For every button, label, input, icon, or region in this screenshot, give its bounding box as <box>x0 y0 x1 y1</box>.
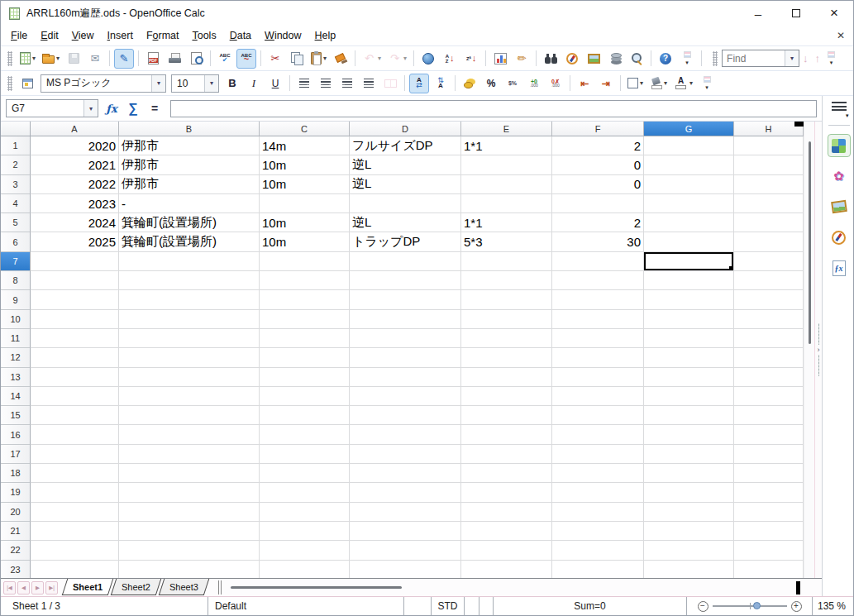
cell-B3[interactable]: 伊那市 <box>119 175 260 194</box>
cell-C20[interactable] <box>260 503 350 522</box>
add-decimal-place-button[interactable] <box>524 74 544 93</box>
cell-H16[interactable] <box>734 425 804 444</box>
cell-H8[interactable] <box>734 271 804 290</box>
cell-D12[interactable] <box>350 348 461 367</box>
cell-B2[interactable]: 伊那市 <box>119 155 260 174</box>
underline-button[interactable]: U <box>265 74 285 93</box>
cell-C10[interactable] <box>260 310 350 329</box>
cell-B11[interactable] <box>119 329 260 348</box>
toolbar-grip[interactable] <box>7 51 12 66</box>
insert-mode-status[interactable]: STD <box>431 597 464 615</box>
row-header-21[interactable]: 21 <box>1 522 31 541</box>
format-paintbrush-button[interactable] <box>331 49 351 69</box>
cell-C23[interactable] <box>260 561 350 578</box>
find-and-replace-button[interactable] <box>541 49 561 69</box>
sheet-tab-sheet1[interactable]: Sheet1 <box>62 579 114 595</box>
find-next-button[interactable]: ↓ <box>803 52 809 64</box>
row-header-14[interactable]: 14 <box>1 387 31 406</box>
text-direction-top-to-bottom-button[interactable] <box>431 74 451 93</box>
cell-G15[interactable] <box>644 406 734 425</box>
page-preview-button[interactable] <box>186 49 206 69</box>
export-pdf-button[interactable] <box>143 49 163 69</box>
cell-E4[interactable] <box>461 194 552 213</box>
cell-A16[interactable] <box>31 425 119 444</box>
cell-H20[interactable] <box>734 503 804 522</box>
cell-F21[interactable] <box>552 522 644 541</box>
font-name-combo[interactable]: MS Pゴシック ▾ <box>41 74 166 93</box>
format-currency-button[interactable] <box>460 74 479 93</box>
cell-G17[interactable] <box>644 445 734 464</box>
selection-sum-status[interactable]: Sum=0 <box>494 597 686 615</box>
cell-B23[interactable] <box>119 561 260 578</box>
sheet-tab-sheet2[interactable]: Sheet2 <box>111 579 161 595</box>
name-box[interactable]: G7 ▾ <box>6 99 98 117</box>
cell-G2[interactable] <box>644 155 734 174</box>
cell-A12[interactable] <box>31 348 119 367</box>
cell-H18[interactable] <box>734 464 804 483</box>
cell-D5[interactable]: 逆L <box>350 213 461 232</box>
cell-C21[interactable] <box>260 522 350 541</box>
cell-F7[interactable] <box>552 252 644 271</box>
redo-button[interactable]: ↷▾ <box>385 49 409 69</box>
cell-F6[interactable]: 30 <box>552 232 644 251</box>
menu-insert[interactable]: Insert <box>101 27 140 44</box>
cell-H6[interactable] <box>734 232 804 251</box>
column-header-G[interactable]: G <box>644 122 734 136</box>
select-all-corner[interactable] <box>1 122 31 136</box>
dropdown-arrow-icon[interactable]: ▾ <box>56 55 60 62</box>
cell-C22[interactable] <box>260 541 350 560</box>
tab-area-split-handle[interactable] <box>218 580 222 595</box>
row-header-3[interactable]: 3 <box>1 175 31 194</box>
cell-G7[interactable] <box>644 252 734 271</box>
paste-button[interactable]: ▾ <box>308 49 329 69</box>
cell-H7[interactable] <box>734 252 804 271</box>
cell-C15[interactable] <box>260 406 350 425</box>
cell-B12[interactable] <box>119 348 260 367</box>
dropdown-arrow-icon[interactable]: ▾ <box>323 55 327 62</box>
horizontal-scrollbar[interactable] <box>224 579 794 596</box>
cell-C3[interactable]: 10m <box>260 175 350 194</box>
font-size-dropdown-icon[interactable]: ▾ <box>204 75 218 92</box>
undo-button[interactable]: ↶▾ <box>360 49 384 69</box>
cell-D20[interactable] <box>350 503 461 522</box>
cell-G22[interactable] <box>644 541 734 560</box>
edit-mode-button[interactable]: ✎ <box>114 49 134 69</box>
cell-F16[interactable] <box>552 425 644 444</box>
cell-E21[interactable] <box>461 522 552 541</box>
print-button[interactable] <box>165 49 184 69</box>
cell-C1[interactable]: 14m <box>260 136 350 155</box>
toolbar-grip[interactable] <box>7 76 12 91</box>
formula-input-line[interactable] <box>170 100 817 117</box>
function-wizard-button[interactable]: ƒx <box>101 99 122 117</box>
row-header-5[interactable]: 5 <box>1 213 31 232</box>
merge-cells-button[interactable] <box>380 74 400 93</box>
cell-F8[interactable] <box>552 271 644 290</box>
cell-G9[interactable] <box>644 290 734 309</box>
cell-F2[interactable]: 0 <box>552 155 644 174</box>
data-sources-button[interactable] <box>605 49 625 69</box>
column-header-E[interactable]: E <box>461 122 552 136</box>
cell-C16[interactable] <box>260 425 350 444</box>
column-header-H[interactable]: H <box>734 122 804 136</box>
cell-B7[interactable] <box>119 252 260 271</box>
cell-D18[interactable] <box>350 464 461 483</box>
cell-C9[interactable] <box>260 290 350 309</box>
vertical-split-handle[interactable] <box>794 122 804 127</box>
cell-D19[interactable] <box>350 483 461 502</box>
cell-F20[interactable] <box>552 503 644 522</box>
decrease-indent-button[interactable]: ⇤ <box>575 74 594 93</box>
cell-A13[interactable] <box>31 368 119 387</box>
sort-ascending-button[interactable] <box>440 49 460 69</box>
cell-A1[interactable]: 2020 <box>31 136 119 155</box>
column-header-B[interactable]: B <box>119 122 260 136</box>
sidebar-tab-properties[interactable] <box>828 134 851 157</box>
first-sheet-button[interactable]: |◀ <box>3 581 16 595</box>
fill-handle[interactable] <box>729 266 733 270</box>
find-previous-button[interactable]: ↑ <box>815 52 821 64</box>
italic-button[interactable]: I <box>244 74 264 93</box>
dropdown-arrow-icon[interactable]: ▾ <box>664 79 667 87</box>
increase-indent-button[interactable]: ⇥ <box>596 74 616 93</box>
cell-G11[interactable] <box>644 329 734 348</box>
sort-descending-button[interactable] <box>461 49 481 69</box>
cell-D4[interactable] <box>350 194 461 213</box>
